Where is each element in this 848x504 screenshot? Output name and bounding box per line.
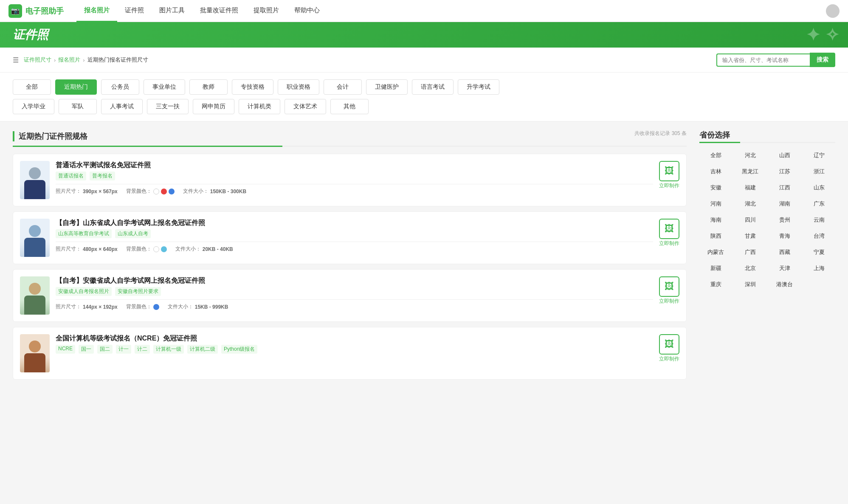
card-3-tag-1[interactable]: 安徽成人自考报名照片 [56,287,112,296]
nav-item-bao-ming[interactable]: 报名照片 [76,0,117,22]
card-4-tag-7[interactable]: 计算机二级 [187,345,218,354]
prov-shanxi[interactable]: 山西 [768,148,801,163]
cat-academic[interactable]: 升学考试 [458,79,499,95]
dot-blue[interactable] [169,189,175,194]
prov-hebei[interactable]: 河北 [734,148,766,163]
card-4-tags: NCRE 国一 国二 计一 计二 计算机一级 计算机二级 Python级报名 [56,345,653,354]
prov-shenzhen[interactable]: 深圳 [734,277,766,292]
card-1-make-button[interactable]: 🖼 立即制作 [659,161,679,189]
nav-item-extract[interactable]: 提取照片 [246,0,287,22]
prov-taiwan[interactable]: 台湾 [803,229,835,243]
dot-white[interactable] [153,189,159,194]
card-4-tag-4[interactable]: 计一 [116,345,131,354]
dot-blue-3[interactable] [153,304,159,310]
nav-item-image-tools[interactable]: 图片工具 [152,0,192,22]
prov-xinjiang[interactable]: 新疆 [699,261,732,276]
prov-ningxia[interactable]: 宁夏 [803,245,835,259]
prov-xizang[interactable]: 西藏 [768,245,801,259]
card-4-title[interactable]: 全国计算机等级考试报名（NCRE）免冠证件照 [56,334,653,343]
cat-language[interactable]: 语言考试 [412,79,454,95]
dot-lightblue-2[interactable] [161,246,167,252]
prov-guizhou[interactable]: 贵州 [768,213,801,227]
prov-hunan[interactable]: 湖南 [768,197,801,211]
card-2-tag-1[interactable]: 山东高等教育自学考试 [56,229,112,238]
prov-yunnan[interactable]: 云南 [803,213,835,227]
cat-computer[interactable]: 计算机类 [239,99,280,114]
cat-institution[interactable]: 事业单位 [144,79,185,95]
prov-fujian[interactable]: 福建 [734,180,766,195]
card-1-title[interactable]: 普通话水平测试报名免冠证件照 [56,161,653,170]
cat-accounting[interactable]: 会计 [324,79,362,95]
dot-white-2[interactable] [153,246,159,252]
cat-military[interactable]: 军队 [59,99,97,114]
breadcrumb-link-1[interactable]: 证件照尺寸 [24,56,51,64]
prov-shaanxi[interactable]: 陕西 [699,229,732,243]
card-2-title[interactable]: 【自考】山东省成人自学考试网上报名免冠证件照 [56,219,653,228]
prov-tianjin[interactable]: 天津 [768,261,801,276]
cat-health[interactable]: 卫健医护 [366,79,408,95]
prov-all[interactable]: 全部 [699,148,732,163]
search-input[interactable] [716,53,810,67]
cat-arts[interactable]: 文体艺术 [285,99,326,114]
nav-item-help[interactable]: 帮助中心 [287,0,327,22]
card-1-tag-1[interactable]: 普通话报名 [56,172,86,180]
nav-item-zheng-jian[interactable]: 证件照 [117,0,152,22]
breadcrumb-link-2[interactable]: 报名照片 [58,56,80,64]
prov-gansu[interactable]: 甘肃 [734,229,766,243]
cat-civil[interactable]: 公务员 [101,79,139,95]
cat-resume[interactable]: 网申简历 [193,99,234,114]
province-title: 省份选择 [699,130,835,140]
cat-special[interactable]: 专技资格 [232,79,273,95]
prov-jiangxi[interactable]: 江西 [768,180,801,195]
card-4: 全国计算机等级考试报名（NCRE）免冠证件照 NCRE 国一 国二 计一 计二 … [13,327,687,380]
prov-liaoning[interactable]: 辽宁 [803,148,835,163]
prov-chongqing[interactable]: 重庆 [699,277,732,292]
cat-personnel[interactable]: 人事考试 [101,99,143,114]
prov-gangaotai[interactable]: 港澳台 [768,277,801,292]
card-3-size-label: 照片尺寸： 144px × 192px [56,303,118,310]
prov-anhui[interactable]: 安徽 [699,180,732,195]
cat-recent[interactable]: 近期热门 [55,79,97,95]
cat-vocational[interactable]: 职业资格 [278,79,319,95]
card-4-tag-3[interactable]: 国二 [97,345,113,354]
dot-red[interactable] [161,189,167,194]
prov-shanghai[interactable]: 上海 [803,261,835,276]
search-button[interactable]: 搜索 [810,53,835,67]
prov-hubei[interactable]: 湖北 [734,197,766,211]
prov-jilin[interactable]: 吉林 [699,164,732,179]
cat-teacher[interactable]: 教师 [189,79,228,95]
card-2-make-button[interactable]: 🖼 立即制作 [659,219,679,247]
card-4-tag-6[interactable]: 计算机一级 [153,345,184,354]
prov-jiangsu[interactable]: 江苏 [768,164,801,179]
prov-heilongjiang[interactable]: 黑龙江 [734,164,766,179]
card-2-meta: 照片尺寸： 480px × 640px 背景颜色： 文件大小： 20KB - 4… [56,245,653,253]
prov-beijing[interactable]: 北京 [734,261,766,276]
card-2-tag-2[interactable]: 山东成人自考 [115,229,151,238]
card-4-tag-2[interactable]: 国一 [79,345,94,354]
card-4-tag-8[interactable]: Python级报名 [221,345,257,354]
card-1-tag-2[interactable]: 普考报名 [90,172,115,180]
cat-other[interactable]: 其他 [330,99,369,114]
cat-volunteer[interactable]: 三支一扶 [147,99,189,114]
card-4-make-button[interactable]: 🖼 立即制作 [659,334,679,363]
cat-graduation[interactable]: 入学毕业 [13,99,54,114]
prov-shandong[interactable]: 山东 [803,180,835,195]
prov-guangxi[interactable]: 广西 [734,245,766,259]
prov-henan[interactable]: 河南 [699,197,732,211]
prov-hainan[interactable]: 海南 [699,213,732,227]
prov-zhejiang[interactable]: 浙江 [803,164,835,179]
card-4-tag-5[interactable]: 计二 [135,345,150,354]
card-3-tag-2[interactable]: 安徽自考照片要求 [115,287,161,296]
user-avatar[interactable] [826,4,840,18]
category-row-1: 全部 近期热门 公务员 事业单位 教师 专技资格 职业资格 会计 卫健医护 语言… [13,79,835,95]
card-3-make-button[interactable]: 🖼 立即制作 [659,276,679,305]
cat-all[interactable]: 全部 [13,79,51,95]
nav-item-batch[interactable]: 批量改证件照 [192,0,246,22]
prov-sichuan[interactable]: 四川 [734,213,766,227]
card-3-title[interactable]: 【自考】安徽省成人自学考试网上报名免冠证件照 [56,276,653,285]
prov-guangdong[interactable]: 广东 [803,197,835,211]
card-1-color-label: 背景颜色： [126,188,175,195]
prov-qinghai[interactable]: 青海 [768,229,801,243]
prov-neimenggu[interactable]: 内蒙古 [699,245,732,259]
card-4-tag-1[interactable]: NCRE [56,345,75,354]
